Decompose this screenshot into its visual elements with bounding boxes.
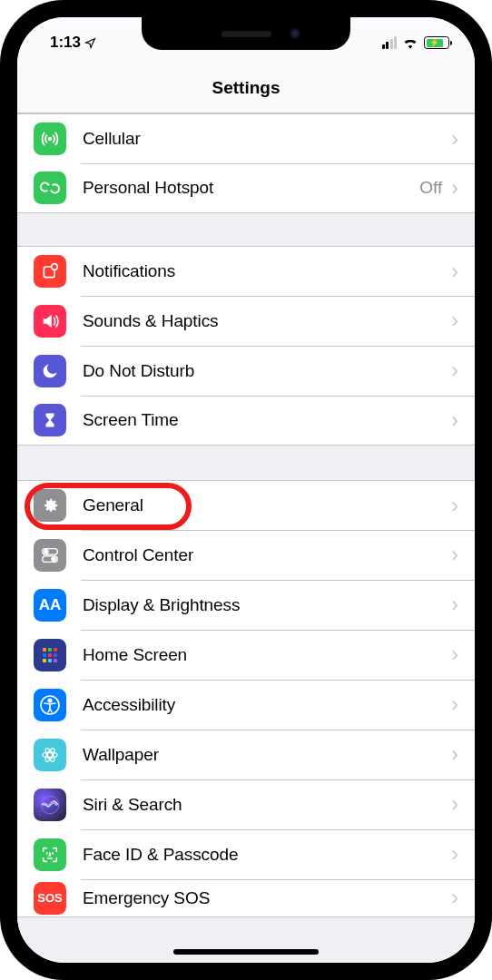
row-value: Off bbox=[419, 178, 442, 198]
accessibility-icon bbox=[34, 689, 66, 721]
chevron-right-icon: › bbox=[451, 129, 458, 150]
chevron-right-icon: › bbox=[451, 544, 458, 565]
svg-point-2 bbox=[52, 264, 58, 270]
row-label: Accessibility bbox=[83, 695, 451, 715]
front-camera bbox=[290, 28, 300, 39]
row-label: Wallpaper bbox=[83, 745, 451, 765]
toggles-icon bbox=[34, 539, 66, 572]
sounds-icon bbox=[34, 305, 66, 338]
settings-group-system: General › Control Center › AA Display & … bbox=[17, 480, 475, 917]
row-notifications[interactable]: Notifications › bbox=[17, 246, 475, 296]
row-label: Sounds & Haptics bbox=[83, 311, 451, 331]
row-label: Screen Time bbox=[83, 410, 451, 430]
siri-icon bbox=[34, 789, 66, 821]
cellular-icon bbox=[34, 122, 66, 155]
svg-point-0 bbox=[49, 138, 52, 141]
chevron-right-icon: › bbox=[451, 744, 458, 765]
page-title: Settings bbox=[212, 78, 280, 98]
row-accessibility[interactable]: Accessibility › bbox=[17, 680, 475, 730]
phone-frame: 1:13 ⚡ Settings C bbox=[0, 0, 492, 980]
svg-rect-10 bbox=[43, 653, 46, 657]
chevron-right-icon: › bbox=[451, 887, 458, 908]
row-label: Emergency SOS bbox=[83, 888, 451, 908]
row-display-brightness[interactable]: AA Display & Brightness › bbox=[17, 580, 475, 630]
chevron-right-icon: › bbox=[451, 794, 458, 815]
row-home-screen[interactable]: Home Screen › bbox=[17, 630, 475, 680]
row-do-not-disturb[interactable]: Do Not Disturb › bbox=[17, 346, 475, 396]
earpiece-speaker bbox=[221, 31, 271, 37]
row-emergency-sos[interactable]: SOS Emergency SOS › bbox=[17, 879, 475, 917]
sos-icon: SOS bbox=[34, 882, 66, 915]
svg-rect-14 bbox=[48, 659, 52, 662]
gear-icon bbox=[34, 489, 66, 522]
screen: 1:13 ⚡ Settings C bbox=[17, 17, 475, 963]
row-label: Personal Hotspot bbox=[83, 178, 419, 198]
status-right: ⚡ bbox=[382, 31, 450, 49]
moon-icon bbox=[34, 355, 66, 387]
svg-rect-9 bbox=[54, 648, 57, 652]
chevron-right-icon: › bbox=[451, 178, 458, 199]
status-time: 1:13 bbox=[50, 34, 81, 52]
text-size-icon: AA bbox=[34, 589, 66, 622]
row-general[interactable]: General › bbox=[17, 480, 475, 530]
row-label: Cellular bbox=[83, 129, 451, 149]
svg-rect-12 bbox=[54, 653, 57, 657]
chevron-right-icon: › bbox=[451, 694, 458, 715]
chevron-right-icon: › bbox=[451, 594, 458, 615]
app-grid-icon bbox=[34, 639, 66, 671]
hotspot-icon bbox=[34, 172, 66, 204]
svg-point-17 bbox=[48, 699, 52, 702]
row-label: Siri & Search bbox=[83, 795, 451, 815]
chevron-right-icon: › bbox=[451, 844, 458, 865]
wallpaper-icon bbox=[34, 739, 66, 771]
chevron-right-icon: › bbox=[451, 310, 458, 331]
home-indicator[interactable] bbox=[173, 949, 319, 955]
row-label: Notifications bbox=[83, 261, 451, 281]
faceid-icon bbox=[34, 838, 66, 871]
row-label: Home Screen bbox=[83, 645, 451, 665]
svg-rect-15 bbox=[54, 659, 57, 662]
chevron-right-icon: › bbox=[451, 644, 458, 665]
row-screen-time[interactable]: Screen Time › bbox=[17, 396, 475, 446]
status-left: 1:13 bbox=[50, 28, 96, 52]
svg-point-6 bbox=[52, 557, 55, 561]
svg-rect-7 bbox=[43, 648, 46, 652]
chevron-right-icon: › bbox=[451, 261, 458, 282]
location-icon bbox=[84, 37, 96, 49]
svg-point-4 bbox=[44, 549, 48, 553]
row-faceid-passcode[interactable]: Face ID & Passcode › bbox=[17, 829, 475, 879]
settings-group-connectivity: Cellular › Personal Hotspot Off › bbox=[17, 113, 475, 213]
wifi-icon bbox=[402, 36, 418, 49]
battery-icon: ⚡ bbox=[424, 36, 449, 49]
settings-list[interactable]: Cellular › Personal Hotspot Off › bbox=[17, 113, 475, 963]
row-label: Display & Brightness bbox=[83, 595, 451, 615]
row-label: Control Center bbox=[83, 545, 451, 565]
row-control-center[interactable]: Control Center › bbox=[17, 530, 475, 580]
cellular-signal-icon bbox=[382, 36, 398, 49]
row-wallpaper[interactable]: Wallpaper › bbox=[17, 730, 475, 779]
row-label: General bbox=[83, 495, 451, 515]
svg-rect-11 bbox=[48, 653, 52, 657]
row-sounds-haptics[interactable]: Sounds & Haptics › bbox=[17, 296, 475, 346]
svg-rect-13 bbox=[43, 659, 46, 662]
svg-rect-8 bbox=[48, 648, 52, 652]
row-label: Do Not Disturb bbox=[83, 361, 451, 381]
settings-group-alerts: Notifications › Sounds & Haptics › Do No… bbox=[17, 246, 475, 446]
row-cellular[interactable]: Cellular › bbox=[17, 113, 475, 163]
notch bbox=[142, 17, 350, 50]
row-personal-hotspot[interactable]: Personal Hotspot Off › bbox=[17, 163, 475, 213]
nav-header: Settings bbox=[17, 63, 475, 113]
chevron-right-icon: › bbox=[451, 360, 458, 381]
chevron-right-icon: › bbox=[451, 410, 458, 431]
chevron-right-icon: › bbox=[451, 495, 458, 516]
hourglass-icon bbox=[34, 404, 66, 436]
row-label: Face ID & Passcode bbox=[83, 845, 451, 865]
notifications-icon bbox=[34, 255, 66, 288]
row-siri-search[interactable]: Siri & Search › bbox=[17, 779, 475, 829]
